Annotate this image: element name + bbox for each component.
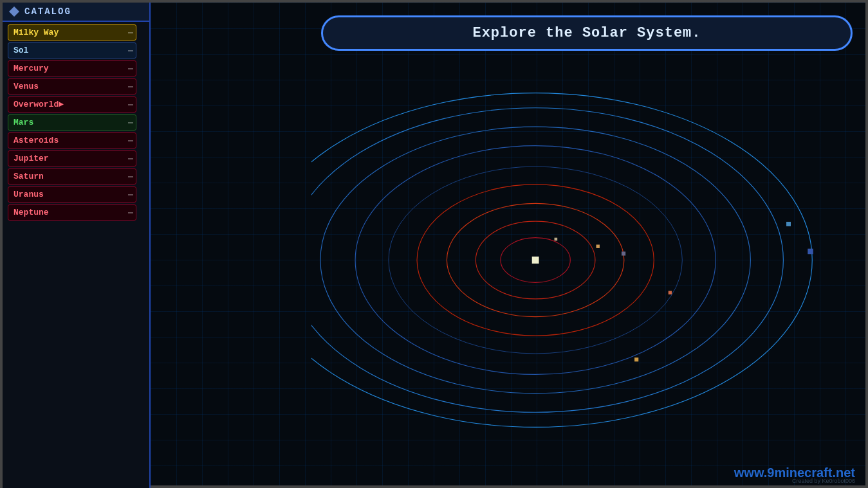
sidebar-item-uranus[interactable]: Uranus (8, 186, 136, 203)
header-bar: Explore the Solar System. (321, 15, 853, 51)
jupiter-planet[interactable] (786, 222, 791, 226)
neptune-orbit (311, 93, 812, 428)
outer-frame: Explore the Solar System. (0, 0, 868, 488)
header-text: Explore the Solar System. (472, 25, 701, 41)
neptune-planet[interactable] (634, 357, 638, 361)
sidebar-item-jupiter[interactable]: Jupiter (8, 150, 136, 167)
sidebar-item-overworld[interactable]: Overworld► (8, 96, 136, 113)
sun-planet[interactable] (532, 257, 539, 264)
earth-planet[interactable] (622, 251, 625, 255)
saturn-planet[interactable] (808, 249, 813, 255)
sidebar-item-asteroids[interactable]: Asteroids (8, 132, 136, 149)
sidebar-item-saturn[interactable]: Saturn (8, 168, 136, 185)
solar-system (311, 60, 859, 460)
catalog-icon (9, 6, 19, 17)
catalog-header: CATALOG (3, 3, 149, 22)
sidebar-item-neptune[interactable]: Neptune (8, 204, 136, 221)
catalog-title: CATALOG (24, 6, 71, 17)
main-area: Explore the Solar System. (151, 3, 865, 485)
sidebar-item-venus[interactable]: Venus (8, 78, 136, 95)
sidebar: CATALOG Milky Way Sol Mercury Venus Over… (3, 3, 151, 488)
mercury-planet[interactable] (555, 238, 558, 241)
sidebar-item-mars[interactable]: Mars (8, 114, 136, 131)
sidebar-item-mercury[interactable]: Mercury (8, 60, 136, 77)
orbit-svg (311, 60, 859, 460)
mars-planet[interactable] (669, 291, 672, 294)
watermark-small: Created by Ke0robot006 (792, 478, 855, 484)
sidebar-item-sol[interactable]: Sol (8, 42, 136, 59)
sidebar-item-milky-way[interactable]: Milky Way (8, 24, 136, 41)
venus-planet[interactable] (596, 245, 600, 248)
uranus-orbit (311, 108, 783, 412)
